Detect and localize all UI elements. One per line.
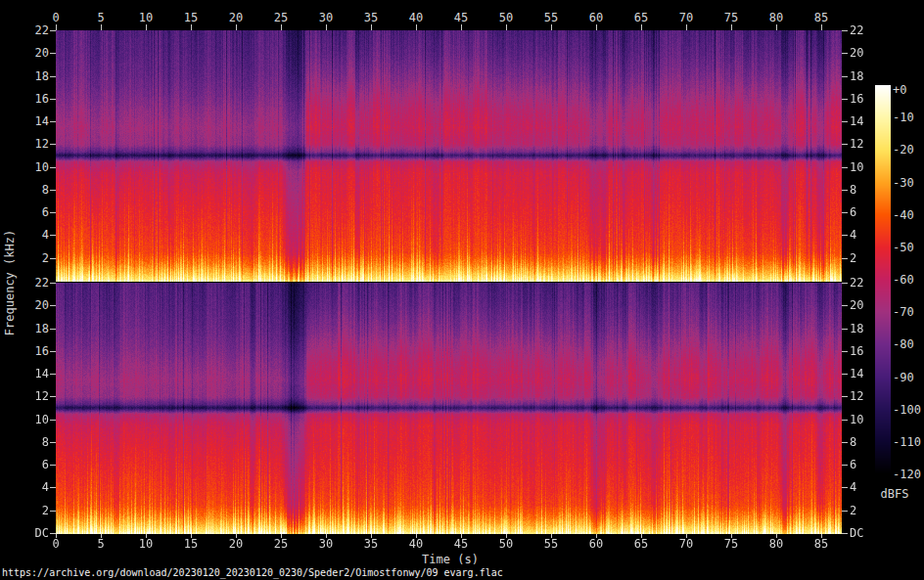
time-tick-label-top: 80 bbox=[762, 12, 791, 23]
time-tick-label-bottom: 25 bbox=[266, 538, 296, 550]
spek-spectrogram-view: Frequency (kHz) dBFS Time (s) https://ar… bbox=[0, 0, 924, 580]
freq-tick-left bbox=[50, 465, 56, 466]
colorbar-tick-label: -80 bbox=[893, 338, 924, 350]
time-tick-top bbox=[686, 24, 687, 30]
freq-tick-right bbox=[842, 235, 848, 236]
time-tick-label-bottom: 85 bbox=[807, 538, 836, 550]
time-tick-top bbox=[371, 24, 372, 30]
time-tick-top bbox=[821, 24, 822, 30]
freq-tick-left bbox=[50, 420, 56, 421]
freq-tick-label-left: 10 bbox=[18, 414, 49, 425]
colorbar-tick-label: -40 bbox=[893, 209, 924, 221]
freq-tick-label-right: 20 bbox=[850, 299, 879, 311]
freq-tick-label-right: 22 bbox=[850, 277, 879, 289]
freq-tick-right bbox=[842, 533, 848, 534]
time-tick-label-bottom: 65 bbox=[626, 538, 656, 550]
freq-tick-right bbox=[842, 258, 848, 259]
freq-tick-label-left: 6 bbox=[18, 206, 49, 218]
time-tick-label-top: 55 bbox=[536, 12, 566, 23]
time-tick-label-bottom: 35 bbox=[356, 538, 386, 550]
freq-tick-left bbox=[50, 442, 56, 443]
time-tick-top bbox=[56, 24, 57, 30]
time-tick-label-top: 30 bbox=[311, 12, 341, 23]
freq-tick-left bbox=[50, 329, 56, 330]
freq-tick-label-left: 22 bbox=[18, 24, 49, 36]
freq-tick-left bbox=[50, 167, 56, 168]
freq-tick-label-right: 10 bbox=[850, 414, 879, 425]
freq-tick-label-left: 18 bbox=[18, 323, 49, 335]
freq-tick-left bbox=[50, 121, 56, 122]
time-tick-label-bottom: 30 bbox=[311, 538, 341, 550]
colorbar-tick-label: -10 bbox=[893, 112, 924, 123]
time-tick-label-bottom: 80 bbox=[762, 538, 791, 550]
time-tick-top bbox=[326, 24, 327, 30]
freq-tick-label-left: 2 bbox=[18, 505, 49, 516]
freq-tick-label-right: 14 bbox=[850, 115, 879, 127]
colorbar-tick-label: -90 bbox=[893, 372, 924, 383]
time-tick-label-bottom: 60 bbox=[581, 538, 611, 550]
freq-tick-right bbox=[842, 511, 848, 512]
freq-tick-right bbox=[842, 76, 848, 77]
freq-tick-left bbox=[50, 53, 56, 54]
time-tick-label-bottom: 50 bbox=[491, 538, 521, 550]
freq-tick-label-left: 20 bbox=[18, 299, 49, 311]
time-tick-label-bottom: 40 bbox=[401, 538, 431, 550]
freq-tick-label-left: 8 bbox=[18, 436, 49, 448]
freq-tick-right bbox=[842, 305, 848, 306]
time-tick-label-top: 40 bbox=[401, 12, 431, 23]
freq-tick-label-left: 8 bbox=[18, 184, 49, 196]
time-tick-top bbox=[641, 24, 642, 30]
freq-tick-label-left: 2 bbox=[18, 252, 49, 264]
freq-tick-right bbox=[842, 487, 848, 488]
freq-tick-right bbox=[842, 283, 848, 284]
freq-tick-left bbox=[50, 511, 56, 512]
freq-tick-label-right: 4 bbox=[850, 229, 879, 241]
time-tick-label-top: 45 bbox=[446, 12, 476, 23]
freq-tick-label-left: 16 bbox=[18, 345, 49, 357]
freq-tick-right bbox=[842, 396, 848, 397]
frequency-axis-label: Frequency (kHz) bbox=[4, 224, 16, 341]
freq-tick-right bbox=[842, 374, 848, 375]
time-tick-label-top: 85 bbox=[807, 12, 836, 23]
freq-tick-right bbox=[842, 190, 848, 191]
freq-tick-right bbox=[842, 465, 848, 466]
colorbar-tick-label: -70 bbox=[893, 306, 924, 318]
time-tick-top bbox=[281, 24, 282, 30]
source-url-text: https://archive.org/download/20230120_20… bbox=[2, 567, 503, 579]
colorbar-tick-label: -20 bbox=[893, 144, 924, 156]
freq-tick-label-left: 6 bbox=[18, 459, 49, 470]
freq-tick-left bbox=[50, 533, 56, 534]
colorbar-tick-label: -50 bbox=[893, 242, 924, 253]
freq-tick-right bbox=[842, 212, 848, 213]
freq-tick-label-right: 14 bbox=[850, 368, 879, 379]
freq-tick-label-left: 10 bbox=[18, 161, 49, 173]
freq-tick-label-left: 4 bbox=[18, 481, 49, 493]
time-tick-top bbox=[596, 24, 597, 30]
time-tick-top bbox=[776, 24, 777, 30]
time-tick-top bbox=[416, 24, 417, 30]
freq-tick-left bbox=[50, 351, 56, 352]
time-tick-label-bottom: 55 bbox=[536, 538, 566, 550]
time-tick-top bbox=[191, 24, 192, 30]
freq-tick-label-left: 14 bbox=[18, 368, 49, 379]
freq-tick-label-left: 4 bbox=[18, 229, 49, 241]
freq-tick-right bbox=[842, 99, 848, 100]
freq-tick-label-right: 16 bbox=[850, 93, 879, 105]
freq-tick-label-right: 10 bbox=[850, 161, 879, 173]
freq-tick-label-left: 14 bbox=[18, 115, 49, 127]
freq-tick-right bbox=[842, 121, 848, 122]
freq-tick-label-left: 22 bbox=[18, 277, 49, 289]
time-tick-top bbox=[731, 24, 732, 30]
freq-tick-left bbox=[50, 76, 56, 77]
time-tick-top bbox=[101, 24, 102, 30]
colorbar-tick-label: +0 bbox=[893, 84, 924, 96]
freq-tick-label-right: 4 bbox=[850, 481, 879, 493]
freq-tick-left bbox=[50, 258, 56, 259]
time-tick-label-bottom: 15 bbox=[176, 538, 206, 550]
time-tick-top bbox=[506, 24, 507, 30]
spectrogram-channel-2 bbox=[56, 283, 842, 534]
freq-tick-right bbox=[842, 442, 848, 443]
freq-tick-right bbox=[842, 329, 848, 330]
freq-tick-label-right: 12 bbox=[850, 138, 879, 150]
time-tick-label-top: 20 bbox=[221, 12, 251, 23]
